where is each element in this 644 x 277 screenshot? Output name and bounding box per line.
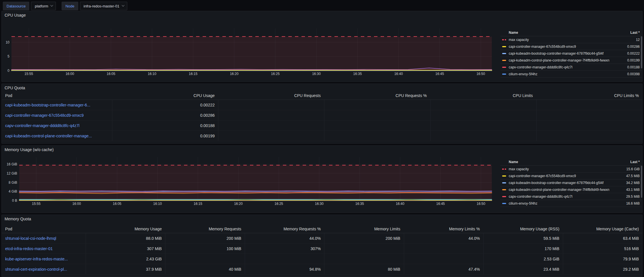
x-axis-tick: 16:10 (153, 202, 162, 206)
x-axis-tick: 16:15 (189, 72, 197, 76)
table-cell: 170 MiB (483, 244, 563, 254)
x-axis-tick: 15:55 (24, 72, 33, 76)
legend-swatch-spacer (502, 32, 506, 33)
table-cell (430, 120, 536, 130)
table-cell: 100 MiB (165, 244, 244, 254)
table-cell (536, 110, 642, 120)
table-row: etcd-infra-redos-master-01307 MiB100 MiB… (2, 244, 642, 254)
legend-row[interactable]: capv-controller-manager-dddd8c8fc-q4z7l2… (500, 193, 642, 200)
table-cell (165, 254, 244, 264)
y-axis-tick: 5 (7, 54, 9, 58)
table-cell: 0.00222 (112, 100, 218, 110)
table-row: kube-apiserver-infra-redos-maste...2.43 … (2, 254, 642, 264)
legend-series-name[interactable]: cilium-envoy-5f4hz (509, 201, 626, 205)
legend-row[interactable]: capi-controller-manager-67c5548cd9-xmxc9… (500, 43, 642, 50)
legend-series-swatch (502, 46, 506, 47)
panel-title-cpu-usage[interactable]: CPU Usage (5, 13, 26, 17)
column-header[interactable]: Memory Usage (RSS) (483, 227, 563, 231)
column-header[interactable]: Pod (2, 227, 86, 231)
legend-name-header[interactable]: Name (509, 160, 630, 164)
pod-link[interactable]: capi-kubeadm-control-plane-controller-ma… (2, 134, 112, 138)
legend-series-name[interactable]: capi-kubeadm-control-plane-controller-ma… (509, 58, 627, 62)
legend-row[interactable]: max capacity12 (500, 36, 642, 43)
panel-title-memory-usage[interactable]: Memory Usage (w/o cache) (5, 147, 54, 152)
legend-series-name[interactable]: capi-controller-manager-67c5548cd9-xmxc9 (509, 174, 626, 178)
legend-series-name[interactable]: capv-controller-manager-dddd8c8fc-q4z7l (509, 65, 627, 69)
column-header[interactable]: Memory Requests % (245, 227, 324, 231)
legend-scrollbar[interactable] (641, 36, 642, 68)
legend-series-name[interactable]: capi-kubeadm-bootstrap-controller-manage… (509, 52, 627, 56)
table-cell: 59.5 MiB (483, 233, 563, 243)
x-axis-tick: 16:00 (66, 72, 74, 76)
legend-last-header[interactable]: Last * (630, 160, 640, 164)
table-cell (430, 131, 536, 141)
legend-series-value: 0.00286 (627, 45, 640, 49)
node-select[interactable]: infra-redos-master-01 (80, 2, 127, 10)
table-cell: 0.00199 (112, 131, 218, 141)
pod-link[interactable]: shturval-cert-expiration-control-pl... (2, 267, 86, 272)
legend-row[interactable]: capv-controller-manager-dddd8c8fc-q4z7l0… (500, 64, 642, 71)
cpu-usage-chart[interactable]: 105015:5516:0016:0516:1016:1516:2016:251… (3, 28, 492, 76)
cpu-quota-panel: CPU Quota PodCPU UsageCPU RequestsCPU Re… (1, 84, 643, 144)
x-axis-tick: 16:20 (234, 202, 243, 206)
column-header[interactable]: Pod (2, 93, 112, 98)
y-axis-tick: 0 B (12, 199, 17, 203)
column-header[interactable]: CPU Usage (112, 93, 218, 98)
legend-scrollbar[interactable] (641, 166, 642, 198)
column-header[interactable]: CPU Limits (430, 93, 536, 98)
legend-row[interactable]: capi-kubeadm-bootstrap-controller-manage… (500, 179, 642, 186)
column-header[interactable]: CPU Requests (218, 93, 324, 98)
table-cell (324, 254, 404, 264)
legend-series-value: 0.00398 (627, 72, 640, 76)
legend-series-name[interactable]: max capacity (509, 167, 626, 171)
column-header[interactable]: Memory Limits (324, 227, 404, 231)
datasource-value: platform (35, 4, 48, 8)
legend-row[interactable]: cilium-envoy-5f4hz0.00398 (500, 71, 642, 78)
table-cell (218, 120, 324, 130)
memory-usage-chart-svg: 16 GiB12 GiB8 GiB4 GiB0 B15:5516:0016:05… (3, 157, 492, 206)
legend-row[interactable]: capi-controller-manager-67c5548cd9-xmxc9… (500, 173, 642, 179)
legend-series-name[interactable]: capv-controller-manager-dddd8c8fc-q4z7l (509, 195, 626, 199)
table-cell: 2.53 GiB (483, 254, 563, 264)
memory-usage-chart[interactable]: 16 GiB12 GiB8 GiB4 GiB0 B15:5516:0016:05… (3, 157, 492, 206)
cpu-quota-table: PodCPU UsageCPU RequestsCPU Requests %CP… (2, 91, 642, 141)
legend-row[interactable]: capi-kubeadm-bootstrap-controller-manage… (500, 50, 642, 57)
x-axis-tick: 16:05 (107, 72, 115, 76)
legend-series-value: 0.00222 (627, 52, 640, 56)
legend-series-value: 43.1 MiB (626, 188, 640, 192)
column-header[interactable]: Memory Limits % (404, 227, 483, 231)
column-header[interactable]: CPU Limits % (536, 93, 642, 98)
column-header[interactable]: CPU Requests % (324, 93, 430, 98)
pod-link[interactable]: capv-controller-manager-dddd8c8fc-q4z7l (2, 123, 112, 128)
pod-link[interactable]: etcd-infra-redos-master-01 (2, 246, 86, 251)
panel-title-cpu-quota[interactable]: CPU Quota (5, 86, 25, 90)
x-axis-tick: 16:40 (396, 202, 404, 206)
legend-series-name[interactable]: capi-kubeadm-control-plane-controller-ma… (509, 188, 626, 192)
legend-series-swatch (502, 67, 506, 68)
legend-series-name[interactable]: max capacity (509, 38, 636, 42)
legend-series-name[interactable]: capi-kubeadm-bootstrap-controller-manage… (509, 181, 626, 185)
pod-link[interactable]: kube-apiserver-infra-redos-maste... (2, 257, 86, 261)
pod-link[interactable]: capi-controller-manager-67c5548cd9-xmxc9 (2, 113, 112, 118)
x-axis-tick: 16:50 (477, 202, 485, 206)
table-cell: 80 MiB (324, 264, 404, 274)
legend-last-header[interactable]: Last * (630, 31, 640, 35)
legend-series-name[interactable]: capi-controller-manager-67c5548cd9-xmxc9 (509, 45, 627, 49)
pod-link[interactable]: capi-kubeadm-bootstrap-controller-manage… (2, 103, 112, 107)
legend-row[interactable]: capi-kubeadm-control-plane-controller-ma… (500, 186, 642, 193)
panel-title-memory-quota[interactable]: Memory Quota (5, 217, 31, 221)
column-header[interactable]: Memory Usage (86, 227, 165, 231)
legend-series-name[interactable]: cilium-envoy-5f4hz (509, 72, 627, 76)
legend-row[interactable]: max capacity15.6 GiB (500, 166, 642, 173)
x-axis-tick: 16:15 (194, 202, 202, 206)
column-header[interactable]: Memory Requests (165, 227, 244, 231)
pod-link[interactable]: shturval-local-csi-node-lhmql (2, 236, 86, 241)
legend-name-header[interactable]: Name (509, 31, 630, 35)
legend-row[interactable]: capi-kubeadm-control-plane-controller-ma… (500, 57, 642, 64)
table-cell (536, 100, 642, 110)
legend-row[interactable]: cilium-envoy-5f4hz16.6 MiB (500, 200, 642, 207)
datasource-select[interactable]: platform (31, 2, 56, 10)
column-header[interactable]: Memory Usage (Cache) (563, 227, 642, 231)
y-axis-tick: 12 GiB (7, 171, 17, 175)
legend-series-value: 16.6 MiB (626, 201, 640, 205)
